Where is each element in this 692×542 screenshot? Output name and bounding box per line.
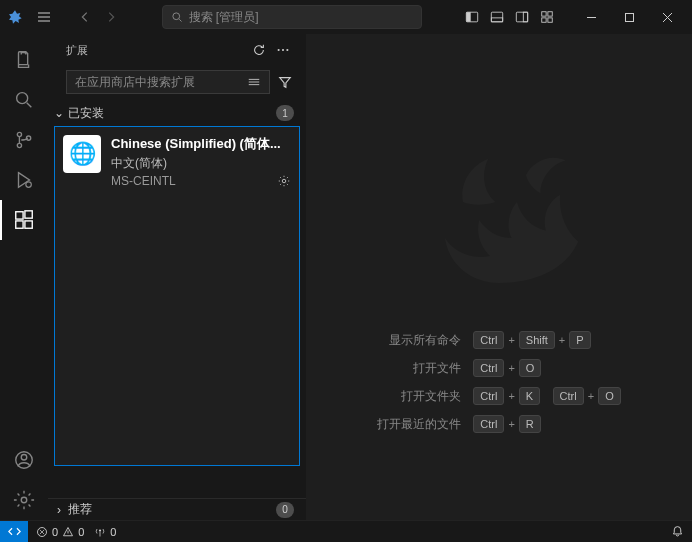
svg-point-0 [172, 13, 179, 20]
error-icon [36, 526, 48, 538]
warning-icon [62, 526, 74, 538]
svg-point-24 [278, 49, 280, 51]
editor-area: 显示所有命令 Ctrl+Shift+P 打开文件 Ctrl+O 打开文件夹 Ct… [306, 34, 692, 520]
search-placeholder: 搜索 [管理员] [189, 9, 259, 26]
svg-rect-18 [16, 221, 23, 228]
customize-layout-button[interactable] [536, 6, 558, 28]
svg-point-27 [282, 179, 286, 183]
shortcut-keys: Ctrl+O [473, 359, 620, 377]
activity-explorer[interactable] [0, 40, 48, 80]
toggle-primary-sidebar-button[interactable] [461, 6, 483, 28]
svg-rect-19 [25, 221, 32, 228]
svg-point-12 [17, 93, 28, 104]
sidebar-title: 扩展 [66, 43, 88, 58]
status-bar: 0 0 0 [0, 520, 692, 542]
nav-forward-button[interactable] [100, 6, 122, 28]
svg-rect-17 [16, 212, 23, 219]
status-notifications[interactable] [671, 525, 684, 538]
svg-rect-8 [548, 12, 552, 16]
toggle-panel-button[interactable] [486, 6, 508, 28]
shortcut-label: 打开最近的文件 [377, 416, 461, 433]
app-logo [6, 8, 24, 26]
extensions-sidebar: 扩展 在应用商店中搜索扩展 ⌄ 已安装 1 🌐 Chinese (Simp [48, 34, 306, 520]
svg-rect-4 [491, 18, 502, 22]
extensions-search-input[interactable]: 在应用商店中搜索扩展 [66, 70, 270, 94]
nav-back-button[interactable] [74, 6, 96, 28]
svg-point-16 [26, 182, 32, 188]
extension-icon: 🌐 [63, 135, 101, 173]
window-maximize-button[interactable] [610, 0, 648, 34]
svg-rect-10 [548, 18, 552, 22]
toggle-secondary-sidebar-button[interactable] [511, 6, 533, 28]
svg-rect-3 [491, 12, 502, 22]
clear-icon[interactable] [247, 75, 261, 89]
svg-rect-2 [466, 12, 470, 22]
more-actions-button[interactable] [276, 43, 290, 57]
svg-rect-20 [25, 211, 32, 218]
installed-section-header[interactable]: ⌄ 已安装 1 [48, 102, 306, 124]
svg-rect-7 [542, 12, 546, 16]
extension-title: Chinese (Simplified) (简体... [111, 135, 291, 153]
chevron-down-icon: ⌄ [52, 106, 66, 120]
activity-source-control[interactable] [0, 120, 48, 160]
activity-accounts[interactable] [0, 440, 48, 480]
svg-point-26 [286, 49, 288, 51]
window-close-button[interactable] [648, 0, 686, 34]
extension-description: 中文(简体) [111, 155, 291, 172]
command-center-search[interactable]: 搜索 [管理员] [162, 5, 422, 29]
svg-point-25 [282, 49, 284, 51]
activity-extensions[interactable] [0, 200, 48, 240]
activity-run-debug[interactable] [0, 160, 48, 200]
svg-rect-6 [523, 12, 527, 22]
activity-settings[interactable] [0, 480, 48, 520]
shortcuts-list: 显示所有命令 Ctrl+Shift+P 打开文件 Ctrl+O 打开文件夹 Ct… [377, 331, 620, 433]
search-icon [171, 11, 183, 23]
svg-point-14 [17, 143, 21, 147]
refresh-button[interactable] [252, 43, 266, 57]
recommended-count-badge: 0 [276, 502, 294, 518]
shortcut-label: 显示所有命令 [377, 332, 461, 349]
shortcut-keys: Ctrl+Shift+P [473, 331, 620, 349]
title-bar: 搜索 [管理员] [0, 0, 692, 34]
svg-rect-5 [516, 12, 527, 22]
shortcut-keys: Ctrl+R [473, 415, 620, 433]
extension-manage-button[interactable] [277, 174, 291, 188]
status-ports[interactable]: 0 [94, 526, 116, 538]
editor-watermark-logo [409, 121, 589, 301]
extension-publisher: MS-CEINTL [111, 174, 176, 188]
svg-point-29 [99, 529, 101, 531]
menu-button[interactable] [32, 5, 56, 29]
status-problems[interactable]: 0 0 [36, 526, 84, 538]
extension-item[interactable]: 🌐 Chinese (Simplified) (简体... 中文(简体) MS-… [54, 126, 300, 466]
shortcut-label: 打开文件 [377, 360, 461, 377]
filter-button[interactable] [274, 70, 296, 94]
installed-label: 已安装 [68, 105, 104, 122]
activity-search[interactable] [0, 80, 48, 120]
radio-tower-icon [94, 526, 106, 538]
chevron-right-icon: › [52, 503, 66, 517]
bell-icon [671, 525, 684, 538]
activity-bar [0, 34, 48, 520]
installed-count-badge: 1 [276, 105, 294, 121]
svg-point-23 [21, 497, 27, 503]
svg-point-13 [17, 132, 21, 136]
recommended-section-header[interactable]: › 推荐 0 [48, 498, 306, 520]
window-minimize-button[interactable] [572, 0, 610, 34]
shortcut-label: 打开文件夹 [377, 388, 461, 405]
svg-point-22 [21, 455, 27, 461]
shortcut-keys: Ctrl+K Ctrl+O [473, 387, 620, 405]
extensions-search-placeholder: 在应用商店中搜索扩展 [75, 74, 195, 91]
svg-rect-9 [542, 18, 546, 22]
remote-button[interactable] [0, 521, 28, 543]
svg-rect-11 [625, 13, 633, 21]
recommended-label: 推荐 [68, 501, 92, 518]
